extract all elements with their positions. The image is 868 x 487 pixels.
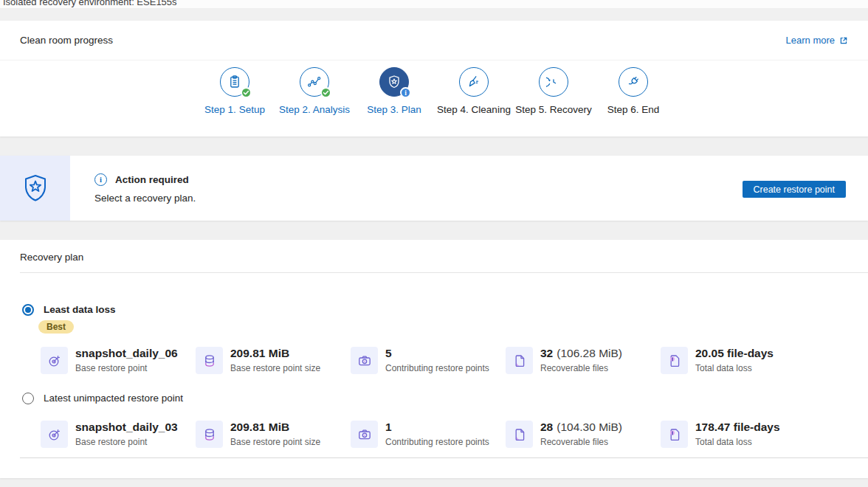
step-4-label: Step 4. Cleaning	[437, 104, 511, 115]
radio-least-data-loss[interactable]	[22, 304, 34, 316]
banner-icon-panel	[0, 156, 70, 221]
clean-room-progress-card: Clean room progress Learn more	[0, 21, 868, 137]
step-1-label: Step 1. Setup	[204, 104, 265, 115]
recovery-plan-title: Recovery plan	[0, 240, 868, 272]
file-alert-icon	[661, 347, 688, 374]
option-least-data-loss[interactable]: Least data loss	[0, 304, 868, 316]
stat-base-restore-point-size: 209.81 MiB Base restore point size	[196, 421, 351, 448]
history-icon	[546, 75, 561, 89]
shield-star-icon	[19, 172, 52, 204]
step-3-plan[interactable]: i Step 3. Plan	[354, 67, 434, 115]
step-3-circle: i	[379, 67, 409, 97]
stat-total-data-loss: 20.05 file-days Total data loss	[661, 347, 816, 374]
database-icon	[196, 347, 223, 374]
step-2-circle	[300, 67, 329, 97]
recovery-plan-card: Recovery plan Least data loss Best snaps…	[0, 240, 868, 478]
create-restore-point-button[interactable]: Create restore point	[743, 181, 846, 198]
option-1-stats: snapshot_daily_06 Base restore point 209…	[0, 347, 868, 374]
step-4-circle	[459, 67, 489, 97]
file-icon	[506, 347, 533, 374]
stat-base-restore-point: snapshot_daily_03 Base restore point	[41, 421, 196, 448]
camera-icon	[351, 421, 378, 448]
radio-latest-unimpacted[interactable]	[22, 393, 34, 404]
best-badge: Best	[38, 320, 74, 334]
learn-more-label: Learn more	[786, 35, 835, 46]
clipboard-icon	[227, 75, 242, 89]
check-badge-icon	[320, 87, 331, 98]
stat-base-restore-point-size: 209.81 MiB Base restore point size	[196, 347, 351, 374]
option-latest-unimpacted[interactable]: Latest unimpacted restore point	[0, 393, 868, 404]
step-5-circle	[539, 67, 568, 97]
step-2-analysis[interactable]: Step 2. Analysis	[275, 67, 354, 115]
target-icon	[41, 347, 68, 374]
database-icon	[196, 421, 223, 448]
environment-title: Isolated recovery environment: ESE155s	[3, 0, 177, 7]
broom-icon	[466, 75, 481, 89]
step-4-cleaning[interactable]: Step 4. Cleaning	[434, 67, 514, 115]
plug-icon	[626, 75, 641, 89]
step-5-recovery[interactable]: Step 5. Recovery	[514, 67, 593, 115]
step-1-setup[interactable]: Step 1. Setup	[195, 67, 275, 115]
progress-title: Clean room progress	[20, 35, 113, 46]
step-6-circle	[619, 67, 648, 97]
shield-star-icon	[387, 75, 402, 89]
info-badge-icon: i	[400, 87, 411, 98]
camera-icon	[351, 347, 378, 374]
external-link-icon	[839, 36, 848, 45]
divider	[20, 457, 868, 458]
step-1-circle	[220, 67, 249, 97]
learn-more-link[interactable]: Learn more	[786, 35, 848, 46]
step-6-end[interactable]: Step 6. End	[593, 67, 673, 115]
action-title: Action required	[115, 174, 189, 185]
step-6-label: Step 6. End	[607, 104, 660, 115]
file-icon	[506, 421, 533, 448]
step-2-label: Step 2. Analysis	[279, 104, 350, 115]
check-badge-icon	[241, 87, 252, 98]
environment-bar: Isolated recovery environment: ESE155s	[0, 0, 868, 8]
divider	[20, 272, 868, 273]
option-label: Least data loss	[44, 304, 116, 315]
step-5-label: Step 5. Recovery	[515, 104, 592, 115]
file-alert-icon	[661, 421, 688, 448]
clean-room-page: Isolated recovery environment: ESE155s C…	[0, 0, 868, 487]
option-label: Latest unimpacted restore point	[44, 393, 183, 404]
action-message: Select a recovery plan.	[94, 193, 196, 204]
line-chart-icon	[307, 75, 322, 89]
progress-steps: Step 1. Setup Step 2. Analysis	[0, 67, 868, 115]
target-icon	[41, 421, 68, 448]
stat-base-restore-point: snapshot_daily_06 Base restore point	[41, 347, 196, 374]
stat-contributing-restore-points: 5 Contributing restore points	[351, 347, 506, 374]
option-2-stats: snapshot_daily_03 Base restore point 209…	[0, 421, 868, 448]
progress-header: Clean room progress Learn more	[0, 21, 868, 61]
action-required-banner: i Action required Select a recovery plan…	[0, 156, 868, 221]
stat-recoverable-files: 28(104.30 MiB) Recoverable files	[506, 421, 661, 448]
info-icon: i	[94, 173, 107, 186]
stat-contributing-restore-points: 1 Contributing restore points	[351, 421, 506, 448]
stat-recoverable-files: 32(106.28 MiB) Recoverable files	[506, 347, 661, 374]
stat-total-data-loss: 178.47 file-days Total data loss	[661, 421, 816, 448]
step-3-label: Step 3. Plan	[367, 104, 421, 115]
action-content: i Action required Select a recovery plan…	[94, 173, 196, 204]
